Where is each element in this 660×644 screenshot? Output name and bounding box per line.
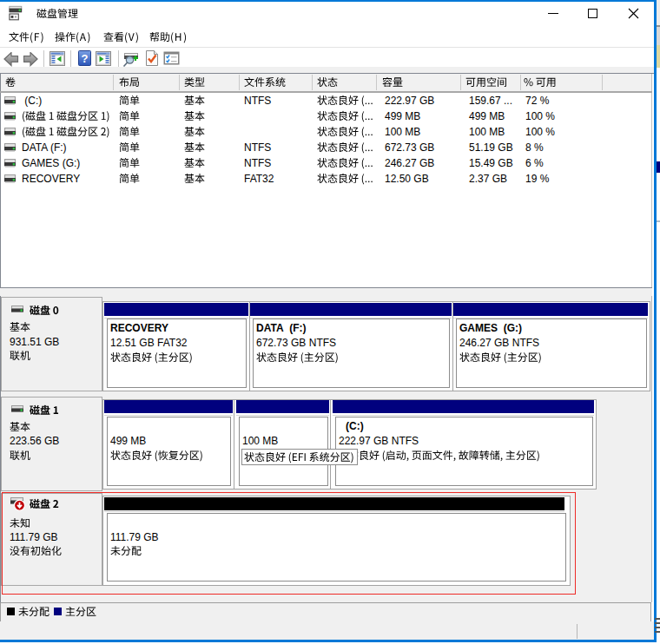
- svg-text:?: ?: [82, 52, 89, 65]
